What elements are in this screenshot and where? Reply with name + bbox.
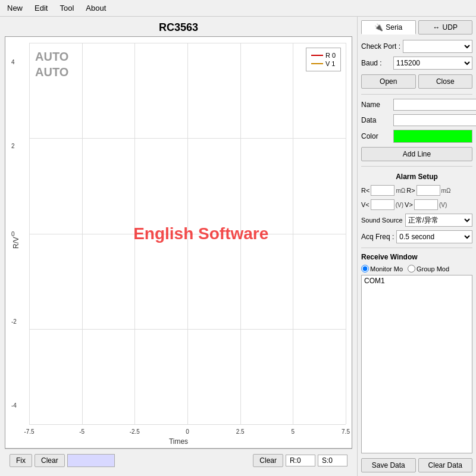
group-mod-label: Group Mod xyxy=(416,265,449,273)
r-less-input[interactable] xyxy=(371,185,394,196)
chart-container: R/V xyxy=(5,36,352,449)
com-item: COM1 xyxy=(364,277,469,285)
x-axis-title: Times xyxy=(169,437,188,446)
group-mod-radio[interactable] xyxy=(408,265,415,273)
divider-1 xyxy=(361,94,472,95)
divider-2 xyxy=(361,166,472,167)
alarm-setup-title: Alarm Setup xyxy=(361,173,472,181)
v-less-label: V< xyxy=(361,201,369,208)
menu-edit[interactable]: Edit xyxy=(32,2,50,14)
menu-new[interactable]: New xyxy=(5,2,25,14)
monitor-mo-label: Monitor Mo xyxy=(370,265,403,273)
v1-label: V 1 xyxy=(325,60,336,67)
bottom-bar: Fix Clear Clear R:0 S:0 xyxy=(5,449,352,471)
tab-udp[interactable]: ↔ UDP xyxy=(418,20,473,35)
r-greater-input[interactable] xyxy=(416,185,440,196)
legend-v1: V 1 xyxy=(311,60,336,67)
clear-button-1[interactable]: Clear xyxy=(35,454,65,467)
acq-freq-select[interactable]: 0.5 second xyxy=(396,230,472,243)
v1-line-icon xyxy=(311,63,323,64)
acq-freq-label: Acq Freq : xyxy=(361,233,394,241)
clear-button-2[interactable]: Clear xyxy=(253,454,283,467)
sound-source-label: Sound Source xyxy=(361,217,403,224)
s-status: S:0 xyxy=(318,455,347,466)
sound-source-select[interactable]: 正常/异常 xyxy=(405,214,472,227)
r-unit-2: mΩ xyxy=(441,187,451,194)
data-label: Data xyxy=(361,116,391,124)
chart-inner: 4 2 0 -2 -4 -7.5 -5 -2.5 0 2.5 5 7.5 AUT… xyxy=(29,43,346,424)
open-button[interactable]: Open xyxy=(361,74,416,89)
r-unit-1: mΩ xyxy=(396,187,405,194)
sound-source-row: Sound Source 正常/异常 xyxy=(361,214,472,227)
y-label-n2: -2 xyxy=(11,318,17,324)
grid-lines xyxy=(29,43,346,424)
y-label-4: 4 xyxy=(11,59,15,65)
fix-button[interactable]: Fix xyxy=(10,454,32,467)
v-unit-1: (V) xyxy=(396,202,403,208)
save-clear-row: Save Data Clear Data xyxy=(361,458,472,472)
baud-label: Baud : xyxy=(361,59,391,67)
close-button[interactable]: Close xyxy=(418,74,473,89)
receive-window-title: Receive Window xyxy=(361,253,472,261)
radio-row: Monitor Mo Group Mod xyxy=(361,265,472,273)
color-row: Color xyxy=(361,130,472,143)
group-mod-item: Group Mod xyxy=(408,265,449,273)
name-row: Name xyxy=(361,99,472,111)
main-window: New Edit Tool About RC3563 R/V xyxy=(0,0,476,476)
right-panel: 🔌 Seria ↔ UDP Check Port : Baud : 115200 xyxy=(357,17,476,476)
y-axis-title: R/V xyxy=(12,236,20,248)
x-label-5: 5 xyxy=(292,428,295,435)
check-port-row: Check Port : xyxy=(361,40,472,53)
monitor-mo-radio[interactable] xyxy=(361,265,369,273)
tab-row: 🔌 Seria ↔ UDP xyxy=(361,20,472,35)
save-data-button[interactable]: Save Data xyxy=(361,458,416,472)
data-row: Data xyxy=(361,114,472,126)
x-label-75: 7.5 xyxy=(342,428,350,435)
name-input[interactable] xyxy=(393,99,476,111)
y-label-0: 0 xyxy=(11,230,15,237)
v-unit-2: (V) xyxy=(439,202,447,208)
auto-label: AUTO AUTO xyxy=(35,49,68,80)
color-label: Color xyxy=(361,132,391,140)
usb-icon: 🔌 xyxy=(374,23,383,32)
add-line-button[interactable]: Add Line xyxy=(361,147,472,161)
x-label-25: 2.5 xyxy=(236,428,245,435)
divider-3 xyxy=(361,248,472,248)
v-alarm-row: V< (V) V> (V) xyxy=(361,199,472,210)
menubar: New Edit Tool About xyxy=(0,0,476,17)
clear-data-button[interactable]: Clear Data xyxy=(418,458,473,472)
tab-serial[interactable]: 🔌 Seria xyxy=(361,20,416,35)
data-input[interactable] xyxy=(393,114,476,126)
main-area: RC3563 R/V xyxy=(0,17,476,476)
v-less-input[interactable] xyxy=(371,199,394,210)
chart-legend: R 0 V 1 xyxy=(306,48,341,71)
color-swatch[interactable] xyxy=(393,130,472,143)
check-port-label: Check Port : xyxy=(361,42,400,51)
x-label-n5: -5 xyxy=(79,428,84,435)
legend-r0: R 0 xyxy=(311,52,336,59)
open-close-row: Open Close xyxy=(361,73,472,90)
baud-select[interactable]: 115200 xyxy=(393,57,472,70)
r-alarm-row: R< mΩ R> mΩ xyxy=(361,185,472,196)
monitor-mo-item: Monitor Mo xyxy=(361,265,403,273)
menu-about[interactable]: About xyxy=(83,2,108,14)
r-greater-label: R> xyxy=(406,187,415,194)
r0-line-icon xyxy=(311,55,323,56)
x-label-0: 0 xyxy=(186,428,189,435)
x-label-n75: -7.5 xyxy=(24,428,34,435)
progress-input[interactable] xyxy=(67,454,115,467)
r0-label: R 0 xyxy=(325,52,336,59)
chart-section: RC3563 R/V xyxy=(0,17,357,476)
r-less-label: R< xyxy=(361,187,369,194)
chart-title: RC3563 xyxy=(5,21,352,34)
x-label-n25: -2.5 xyxy=(130,428,140,435)
com-list: COM1 xyxy=(361,275,472,453)
r-status: R:0 xyxy=(286,455,315,466)
v-greater-input[interactable] xyxy=(414,199,438,210)
y-label-n4: -4 xyxy=(11,402,17,408)
check-port-select[interactable] xyxy=(403,40,472,53)
name-label: Name xyxy=(361,101,391,109)
v-greater-label: V> xyxy=(405,201,413,208)
menu-tool[interactable]: Tool xyxy=(57,2,76,14)
udp-icon: ↔ xyxy=(433,23,440,32)
